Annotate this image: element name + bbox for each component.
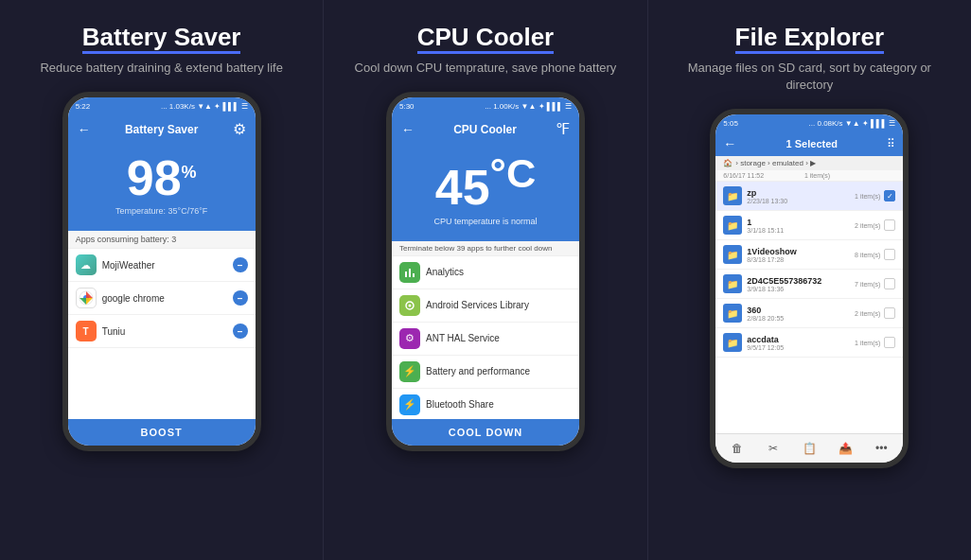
checkbox-360[interactable] — [884, 307, 895, 319]
folder-icon-zp: 📁 — [723, 186, 742, 205]
cpu-hero: 45°C CPU temperature is normal — [392, 144, 579, 240]
chrome-icon — [76, 288, 97, 308]
svg-point-6 — [408, 304, 411, 306]
file-row-2d4[interactable]: 📁 2D4C5E557386732 3/9/18 13:36 7 item(s) — [715, 270, 903, 299]
remove-weather-btn[interactable]: − — [233, 257, 248, 272]
file-phone-mockup: 5:05 ... 0.08K/s ▼▲ ✦ ▌▌▌ ☰ ← 1 Selected… — [710, 109, 909, 468]
svg-rect-2 — [405, 271, 407, 277]
cpu-title: CPU Cooler — [417, 23, 554, 52]
cpu-header: ← CPU Cooler ℉ — [392, 114, 579, 144]
battery-title: Battery Saver — [82, 23, 241, 52]
folder-icon-2d4: 📁 — [723, 274, 742, 293]
file-row-accdata[interactable]: 📁 accdata 9/5/17 12:05 1 item(s) — [715, 328, 903, 358]
checkbox-accdata[interactable] — [884, 337, 895, 348]
battery-hero: 98% Temperature: 35°C/76°F — [68, 144, 256, 231]
battery-status-bar: 5:22 ... 1.03K/s ▼▲ ✦ ▌▌▌ ☰ — [68, 97, 256, 114]
remove-chrome-btn[interactable]: − — [233, 290, 248, 306]
cut-icon[interactable]: ✂ — [765, 440, 782, 457]
bluetooth-icon: ⚡ — [399, 394, 420, 415]
folder-icon-360: 📁 — [723, 304, 742, 323]
cpu-panel: CPU Cooler Cool down CPU temprature, sav… — [323, 0, 646, 560]
app-item-weather: ☁ MojiWeather − — [68, 249, 256, 282]
battery-phone-mockup: 5:22 ... 1.03K/s ▼▲ ✦ ▌▌▌ ☰ ← Battery Sa… — [62, 92, 261, 451]
share-icon[interactable]: 📤 — [837, 440, 854, 457]
file-row-1[interactable]: 📁 1 3/1/18 15:11 2 item(s) — [715, 211, 903, 240]
checkbox-1[interactable] — [884, 219, 895, 231]
svg-rect-3 — [409, 269, 411, 277]
remove-tuniu-btn[interactable]: − — [233, 324, 248, 339]
battery-perf-icon: ⚡ — [399, 361, 420, 382]
battery-header: ← Battery Saver ⚙ — [68, 114, 256, 144]
checkbox-zp[interactable]: ✓ — [884, 190, 895, 201]
more-icon[interactable]: ••• — [873, 440, 890, 457]
cpu-subtitle: Cool down CPU temprature, save phone bat… — [355, 60, 617, 77]
file-row-zp[interactable]: 📁 zp 2/23/18 13:30 1 item(s) ✓ — [715, 182, 903, 211]
folder-icon-1: 📁 — [723, 216, 742, 235]
analytics-icon — [399, 262, 420, 283]
app-item-battery-perf: ⚡ Battery and performance — [392, 356, 579, 389]
battery-subtitle: Reduce battery draining & extend battery… — [40, 60, 283, 77]
svg-rect-4 — [413, 273, 415, 277]
file-row-videoshow[interactable]: 📁 1Videoshow 8/3/18 17:28 8 item(s) — [715, 240, 903, 270]
boost-button[interactable]: BOOST — [68, 419, 256, 446]
copy-icon[interactable]: 📋 — [801, 440, 818, 457]
cooldown-button[interactable]: COOL DOWN — [392, 419, 579, 446]
apps-consuming-label: Apps consuming battery: 3 — [68, 231, 256, 249]
ant-icon: ⚙ — [399, 328, 420, 349]
tuniu-icon: T — [76, 321, 97, 341]
file-title: File Explorer — [735, 23, 885, 52]
file-header: ← 1 Selected ⠿ — [715, 131, 903, 156]
file-subtitle: Manage files on SD card, sort by categor… — [663, 60, 956, 94]
file-status-bar: 5:05 ... 0.08K/s ▼▲ ✦ ▌▌▌ ☰ — [715, 114, 903, 131]
folder-icon-accdata: 📁 — [723, 333, 742, 352]
app-item-tuniu: T Tuniu − — [68, 315, 256, 348]
app-item-chrome: google chrome − — [68, 282, 256, 315]
cpu-phone-mockup: 5:30 ... 1.00K/s ▼▲ ✦ ▌▌▌ ☰ ← CPU Cooler… — [386, 92, 585, 451]
file-panel: File Explorer Manage files on SD card, s… — [647, 0, 971, 560]
services-icon — [399, 295, 420, 316]
folder-icon-videoshow: 📁 — [723, 245, 742, 264]
checkbox-2d4[interactable] — [884, 278, 895, 289]
app-item-services: Android Services Library — [392, 289, 579, 323]
breadcrumb: 🏠 › storage › emulated › ▶ — [715, 156, 903, 170]
delete-icon[interactable]: 🗑 — [729, 440, 746, 457]
app-item-ant: ⚙ ANT HAL Service — [392, 323, 579, 356]
terminate-label: Terminate below 39 apps to further cool … — [392, 241, 579, 256]
file-toolbar: 🗑 ✂ 📋 📤 ••• — [715, 433, 903, 463]
app-item-bluetooth: ⚡ Bluetooth Share — [392, 389, 579, 422]
checkbox-videoshow[interactable] — [884, 249, 895, 260]
battery-panel: Battery Saver Reduce battery draining & … — [0, 0, 323, 560]
file-row-360[interactable]: 📁 360 2/8/18 20:55 2 item(s) — [715, 299, 903, 328]
weather-icon: ☁ — [76, 254, 97, 275]
app-item-analytics: Analytics — [392, 256, 579, 289]
cpu-status-bar: 5:30 ... 1.00K/s ▼▲ ✦ ▌▌▌ ☰ — [392, 97, 579, 114]
